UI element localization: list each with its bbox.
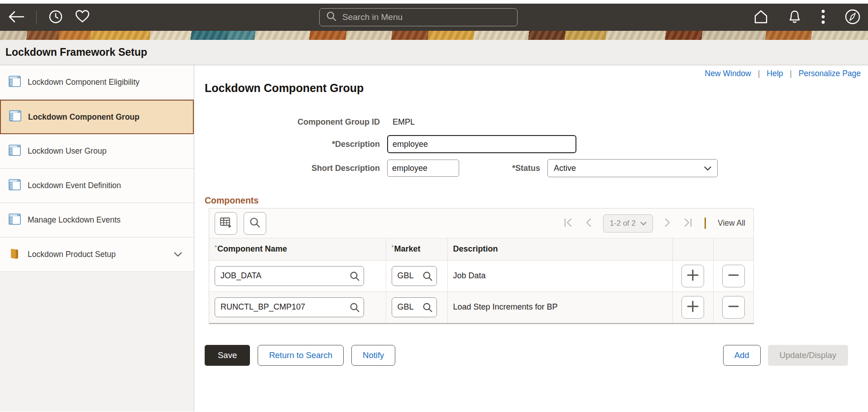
lookup-icon[interactable] [350,271,360,284]
back-button[interactable] [8,11,24,24]
page-action-links: New Window | Help | Personalize Page [705,69,861,78]
new-window-link[interactable]: New Window [705,69,751,78]
pagination-divider [705,218,706,229]
column-header-add [672,238,713,260]
required-marker: * [392,244,394,251]
actions-menu-button[interactable] [821,9,825,26]
components-table: *Component Name *Market Description [209,238,753,323]
page-range-label: 1-2 of 2 [609,219,636,228]
notifications-button[interactable] [787,9,802,25]
grid-search-button[interactable] [244,212,266,235]
search-icon [326,11,337,24]
global-search [319,8,518,26]
status-label: *Status [459,164,540,173]
page-range-dropdown[interactable]: 1-2 of 2 [603,214,653,233]
next-page-button[interactable] [665,218,671,229]
add-row-button[interactable] [681,265,704,287]
component-name-input[interactable] [215,266,364,286]
lookup-icon[interactable] [422,302,433,315]
kebab-menu-icon [821,9,825,26]
row-description: Load Step Increments for BP [447,291,672,323]
sidebar-item-label: Lockdown User Group [28,146,106,156]
chevron-down-icon [174,250,182,259]
add-row-button[interactable] [681,296,704,319]
group-id-value: EMPL [387,117,415,127]
link-separator: | [790,69,792,78]
help-link[interactable]: Help [767,69,783,78]
folder-icon [9,247,21,262]
home-button[interactable] [753,10,768,25]
group-form: Component Group ID EMPL *Description Sho… [205,113,766,177]
return-to-search-button[interactable]: Return to Search [258,345,344,366]
component-name-input[interactable] [215,297,364,317]
grid-toolbar: 1-2 of 2 [209,208,753,238]
first-page-icon [563,218,573,229]
navbar-button[interactable] [844,9,861,26]
heart-icon [75,10,90,25]
delete-row-button[interactable] [722,296,745,319]
lookup-icon[interactable] [350,302,360,315]
sidebar-item-lockdown-product-setup[interactable]: Lockdown Product Setup [0,238,194,272]
favorites-button[interactable] [75,10,90,25]
sidebar-item-lockdown-event-definition[interactable]: Lockdown Event Definition [0,169,194,203]
link-separator: | [758,69,760,78]
first-page-button[interactable] [563,218,573,229]
page-grid-icon [9,144,21,159]
clock-icon [48,10,63,25]
grid-actions-button[interactable] [215,212,237,235]
table-row: Load Step Increments for BP [209,291,753,323]
peoplesoft-screen: Lockdown Framework Setup Lockdown Compon… [0,0,868,412]
sidebar-item-manage-lockdown-events[interactable]: Manage Lockdown Events [0,203,194,238]
components-grid: 1-2 of 2 [209,208,754,324]
sidebar-item-label: Lockdown Product Setup [28,250,116,259]
action-buttons: Save Return to Search Notify [205,345,395,366]
search-input[interactable] [342,12,496,22]
notify-button[interactable]: Notify [351,345,395,366]
description-label: *Description [205,140,380,149]
delete-row-button[interactable] [722,265,745,287]
grid-action-icon [220,217,232,230]
view-all-link[interactable]: View All [718,218,745,228]
last-page-icon [683,218,693,229]
description-input[interactable] [387,135,576,153]
column-header-description: Description [447,238,672,260]
bell-icon [787,9,802,25]
page-grid-icon [9,213,21,228]
group-id-label: Component Group ID [205,117,380,127]
app-header [0,4,868,31]
update-display-button[interactable]: Update/Display [768,345,848,366]
main-panel: New Window | Help | Personalize Page Loc… [194,65,868,412]
recent-history-button[interactable] [48,10,63,25]
minus-icon [728,301,739,314]
status-select[interactable]: Active [547,159,718,177]
mode-buttons: Add Update/Display [723,345,848,366]
page-grid-icon [9,75,21,90]
personalize-page-link[interactable]: Personalize Page [799,69,861,78]
last-page-button[interactable] [683,218,693,229]
plus-icon [687,269,699,282]
chevron-right-icon [665,218,671,229]
sidebar-item-label: Lockdown Event Definition [28,181,121,190]
components-section-heading: Components [205,195,259,206]
sidebar-item-lockdown-component-group[interactable]: Lockdown Component Group [0,100,194,134]
chevron-down-icon [640,219,647,228]
grid-pagination: 1-2 of 2 [563,214,745,233]
table-header-row: *Component Name *Market Description [209,238,753,260]
search-icon [249,217,261,230]
page-grid-icon [9,179,21,193]
header-divider [36,10,37,24]
save-button[interactable]: Save [205,345,250,366]
sidebar-item-lockdown-component-eligibility[interactable]: Lockdown Component Eligibility [0,65,194,100]
page-grid-icon [9,110,21,124]
minus-icon [728,269,739,282]
column-header-delete [713,238,753,260]
sidebar-item-lockdown-user-group[interactable]: Lockdown User Group [0,134,194,169]
chevron-left-icon [585,218,591,229]
add-button[interactable]: Add [723,345,761,366]
lookup-icon[interactable] [422,271,433,284]
previous-page-button[interactable] [585,218,591,229]
sidebar-item-label: Manage Lockdown Events [28,215,120,225]
column-header-component-name: *Component Name [209,238,386,260]
short-description-input[interactable] [387,160,459,177]
home-icon [753,10,768,25]
